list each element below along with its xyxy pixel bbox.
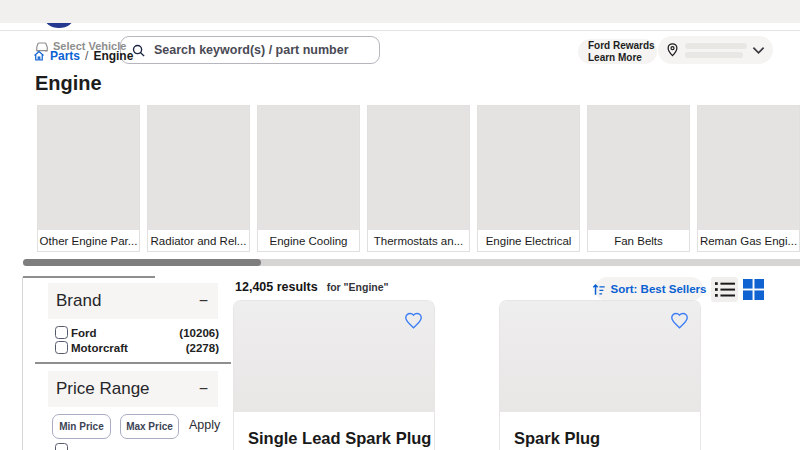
category-card-fan-belts[interactable]: Fan Belts bbox=[587, 105, 690, 252]
list-view-icon bbox=[715, 281, 735, 298]
breadcrumb: Parts / Engine bbox=[33, 49, 133, 63]
product-card-spark-plug[interactable]: Spark Plug bbox=[499, 300, 701, 450]
search-bar[interactable] bbox=[120, 36, 380, 64]
location-pin-icon bbox=[665, 42, 680, 58]
page-title: Engine bbox=[35, 72, 102, 95]
breadcrumb-parts-link[interactable]: Parts bbox=[50, 49, 80, 63]
motorcraft-checkbox[interactable] bbox=[55, 341, 68, 354]
filter-checkbox-partial[interactable] bbox=[55, 443, 68, 450]
sort-button[interactable]: Sort: Best Sellers bbox=[595, 277, 703, 301]
ford-rewards-line2: Learn More bbox=[588, 52, 657, 64]
list-view-button[interactable] bbox=[711, 277, 738, 302]
category-label: Engine Cooling bbox=[258, 230, 359, 251]
carousel-scrollbar-track[interactable] bbox=[23, 259, 800, 266]
brand-filter-header[interactable]: Brand − bbox=[48, 283, 218, 319]
price-filter-header[interactable]: Price Range − bbox=[48, 371, 218, 407]
filter-section-divider bbox=[35, 362, 231, 364]
category-card-engine-cooling[interactable]: Engine Cooling bbox=[257, 105, 360, 252]
carousel-scrollbar-thumb[interactable] bbox=[23, 259, 261, 266]
category-label: Radiator and Rel... bbox=[148, 230, 249, 251]
price-filter-title: Price Range bbox=[56, 379, 150, 399]
category-image-placeholder bbox=[478, 106, 579, 230]
max-price-input[interactable] bbox=[120, 414, 179, 439]
category-label: Thermostats an... bbox=[368, 230, 469, 251]
category-carousel: Other Engine Par... Radiator and Rel... … bbox=[37, 105, 800, 252]
min-price-input[interactable] bbox=[52, 414, 111, 439]
category-image-placeholder bbox=[368, 106, 469, 230]
top-bar bbox=[0, 0, 800, 23]
product-title: Single Lead Spark Plug bbox=[248, 429, 431, 448]
category-image-placeholder bbox=[148, 106, 249, 230]
collapse-minus-icon[interactable]: − bbox=[199, 381, 208, 397]
product-image-placeholder bbox=[500, 301, 700, 412]
category-label: Engine Electrical bbox=[478, 230, 579, 251]
category-card-radiator[interactable]: Radiator and Rel... bbox=[147, 105, 250, 252]
breadcrumb-current: Engine bbox=[93, 49, 133, 63]
favorite-heart-icon[interactable] bbox=[404, 310, 424, 330]
apply-price-button[interactable]: Apply bbox=[189, 418, 220, 432]
product-image-placeholder bbox=[234, 301, 434, 412]
results-query: for "Engine" bbox=[327, 281, 389, 293]
ford-rewards-line1: Ford Rewards bbox=[588, 40, 657, 52]
category-label: Other Engine Par... bbox=[38, 230, 139, 251]
sort-icon bbox=[592, 283, 606, 296]
results-header: 12,405 results for "Engine" bbox=[235, 280, 389, 294]
category-label: Fan Belts bbox=[588, 230, 689, 251]
brand-filter-title: Brand bbox=[56, 291, 101, 311]
ford-count: (10206) bbox=[179, 327, 219, 339]
location-selector[interactable] bbox=[658, 36, 773, 64]
category-image-placeholder bbox=[588, 106, 689, 230]
header-divider bbox=[0, 30, 800, 31]
category-card-thermostats[interactable]: Thermostats an... bbox=[367, 105, 470, 252]
brand-option-ford: Ford (10206) bbox=[55, 325, 219, 340]
filter-panel-top-divider bbox=[23, 276, 155, 278]
grid-view-icon bbox=[743, 279, 764, 300]
product-card-single-lead-spark-plug[interactable]: Single Lead Spark Plug bbox=[233, 300, 435, 450]
category-image-placeholder bbox=[258, 106, 359, 230]
location-subtext-skeleton bbox=[685, 52, 743, 58]
category-image-placeholder bbox=[38, 106, 139, 230]
brand-option-motorcraft: Motorcraft (2278) bbox=[55, 340, 219, 355]
favorite-heart-icon[interactable] bbox=[670, 310, 690, 330]
category-image-placeholder bbox=[698, 106, 799, 230]
ford-rewards-button[interactable]: Ford Rewards Learn More bbox=[578, 39, 657, 64]
category-card-engine-electrical[interactable]: Engine Electrical bbox=[477, 105, 580, 252]
motorcraft-count: (2278) bbox=[186, 342, 219, 354]
category-card-reman-gas-engines[interactable]: Reman Gas Engi... bbox=[697, 105, 800, 252]
search-input[interactable] bbox=[154, 43, 369, 57]
breadcrumb-separator: / bbox=[85, 49, 88, 63]
sort-label: Sort: Best Sellers bbox=[611, 283, 707, 295]
grid-view-button[interactable] bbox=[741, 278, 765, 301]
results-count: 12,405 results bbox=[235, 280, 318, 294]
chevron-down-icon bbox=[752, 46, 765, 55]
ford-label[interactable]: Ford bbox=[71, 327, 97, 339]
collapse-minus-icon[interactable]: − bbox=[199, 293, 208, 309]
category-label: Reman Gas Engi... bbox=[698, 230, 799, 251]
home-icon[interactable] bbox=[33, 50, 45, 62]
ford-checkbox[interactable] bbox=[55, 326, 68, 339]
filter-panel-left-border bbox=[22, 277, 23, 450]
product-title: Spark Plug bbox=[514, 429, 600, 448]
category-card-other-engine-parts[interactable]: Other Engine Par... bbox=[37, 105, 140, 252]
motorcraft-label[interactable]: Motorcraft bbox=[71, 342, 128, 354]
location-text-skeleton bbox=[685, 43, 747, 49]
